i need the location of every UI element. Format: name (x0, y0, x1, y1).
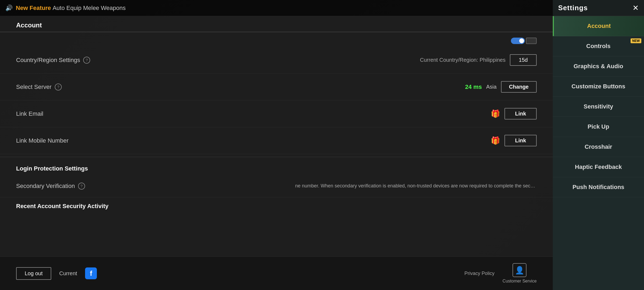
link-mobile-right: 🎁 Link (491, 135, 537, 146)
current-label: Current (59, 270, 77, 277)
nav-item-graphics-audio[interactable]: Graphics & Audio (553, 56, 644, 77)
nav-item-label-pick-up: Pick Up (588, 123, 609, 130)
country-help-icon[interactable]: ? (83, 57, 90, 64)
link-mobile-label: Link Mobile Number (16, 137, 69, 144)
select-server-label: Select Server ? (16, 84, 62, 90)
customer-service-label: Customer Service (503, 279, 537, 284)
nav-item-crosshair[interactable]: Crosshair (553, 137, 644, 157)
gift-icon-email: 🎁 (491, 109, 500, 118)
bottom-bar: Log out Current f Privacy Policy 👤 Custo… (0, 256, 553, 290)
nav-item-label-sensitivity: Sensitivity (584, 103, 613, 110)
server-right: 24 ms Asia Change (465, 81, 537, 93)
link-mobile-row: Link Mobile Number 🎁 Link (0, 127, 553, 154)
login-protection-header: Login Protection Settings (0, 160, 553, 175)
nav-item-customize-buttons[interactable]: Customize Buttons (553, 77, 644, 97)
toggle-switch[interactable] (511, 38, 537, 44)
nav-item-label-controls: Controls (586, 43, 610, 50)
speaker-icon: 🔊 (5, 5, 13, 12)
customer-service-btn[interactable]: 👤 Customer Service (503, 263, 537, 284)
country-region-row: Country/Region Settings ? Current Countr… (0, 47, 553, 74)
nav-badge-controls: NEW (631, 38, 641, 43)
main-content: Account Country/Region Settings ? Curren… (0, 16, 553, 290)
toggle-off[interactable] (526, 38, 537, 44)
nav-item-sensitivity[interactable]: Sensitivity (553, 97, 644, 117)
login-protection-title: Login Protection Settings (16, 165, 88, 172)
settings-header: Settings ✕ (553, 0, 644, 16)
feature-announcement: New Feature Auto Equip Melee Weapons (16, 5, 126, 12)
facebook-icon[interactable]: f (85, 267, 97, 279)
country-btn[interactable]: 15d (510, 54, 537, 66)
link-email-right: 🎁 Link (491, 108, 537, 119)
nav-item-controls[interactable]: ControlsNEW (553, 36, 644, 56)
link-email-row: Link Email 🎁 Link (0, 100, 553, 127)
section-divider-1 (0, 157, 553, 157)
secondary-verification-right: ne number. When secondary verification i… (295, 182, 537, 190)
toggle-row (0, 32, 553, 47)
nav-item-label-customize-buttons: Customize Buttons (572, 83, 625, 90)
change-server-btn[interactable]: Change (501, 81, 537, 93)
nav-item-push-notifications[interactable]: Push Notifications (553, 177, 644, 197)
nav-item-account[interactable]: Account (553, 16, 644, 36)
toggle-on[interactable] (511, 38, 525, 44)
privacy-policy-link[interactable]: Privacy Policy (464, 271, 495, 276)
link-email-btn[interactable]: Link (504, 108, 537, 119)
nav-item-pick-up[interactable]: Pick Up (553, 117, 644, 137)
country-region-info: Current Country/Region: Philippines (420, 57, 506, 63)
link-email-label: Link Email (16, 110, 43, 117)
country-region-label: Country/Region Settings ? (16, 57, 90, 64)
nav-item-label-haptic-feedback: Haptic Feedback (575, 164, 622, 171)
settings-nav: AccountControlsNEWGraphics & AudioCustom… (553, 16, 644, 290)
customer-service-icon: 👤 (513, 263, 526, 277)
settings-panel: Settings ✕ AccountControlsNEWGraphics & … (553, 0, 644, 290)
recent-security-title: Recent Account Security Activity (16, 203, 108, 209)
nav-item-label-graphics-audio: Graphics & Audio (574, 63, 623, 70)
top-bar: 🔊 New Feature Auto Equip Melee Weapons V… (0, 0, 644, 16)
close-button[interactable]: ✕ (632, 4, 639, 12)
secondary-verification-label: Secondary Verification ? (16, 183, 85, 190)
bottom-right: Privacy Policy 👤 Customer Service (464, 263, 537, 284)
secondary-verification-row: Secondary Verification ? ne number. When… (0, 175, 553, 197)
country-region-right: Current Country/Region: Philippines 15d (420, 54, 537, 66)
nav-item-label-account: Account (587, 23, 611, 30)
server-help-icon[interactable]: ? (55, 84, 62, 90)
nav-item-haptic-feedback[interactable]: Haptic Feedback (553, 157, 644, 177)
ping-ms: 24 ms (465, 84, 482, 90)
account-section-title: Account (16, 21, 42, 29)
secondary-verification-text: ne number. When secondary verification i… (295, 182, 537, 190)
account-section-header: Account (0, 16, 553, 32)
secondary-help-icon[interactable]: ? (78, 183, 85, 190)
link-mobile-btn[interactable]: Link (504, 135, 537, 146)
gift-icon-mobile: 🎁 (491, 136, 500, 145)
select-server-row: Select Server ? 24 ms Asia Change (0, 74, 553, 100)
ping-region: Asia (486, 84, 497, 90)
nav-item-label-crosshair: Crosshair (585, 143, 612, 150)
top-bar-left: 🔊 New Feature Auto Equip Melee Weapons (5, 5, 611, 12)
recent-security-header: Recent Account Security Activity (0, 197, 553, 212)
settings-title: Settings (558, 4, 588, 12)
nav-item-label-push-notifications: Push Notifications (572, 184, 624, 191)
logout-button[interactable]: Log out (16, 267, 51, 280)
